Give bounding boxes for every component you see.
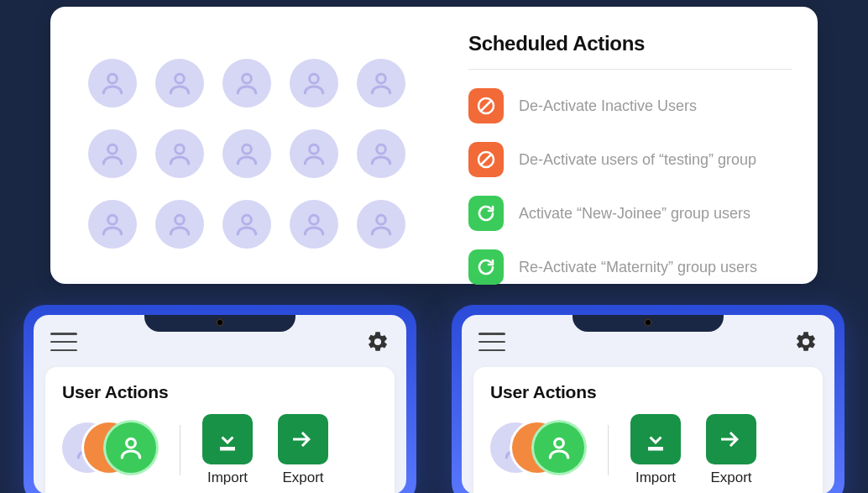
camera-dot-icon [216, 318, 224, 327]
menu-icon[interactable] [478, 333, 505, 351]
user-actions-title: User Actions [490, 382, 806, 402]
import-label: Import [207, 469, 248, 486]
deactivate-icon [468, 88, 504, 123]
activate-icon [468, 249, 504, 285]
user-avatar [88, 129, 137, 178]
scheduled-action-label: Activate “New-Joinee” group users [519, 205, 750, 223]
user-avatar [155, 200, 204, 249]
export-icon [278, 414, 328, 464]
user-icon [301, 70, 327, 97]
user-avatar [222, 59, 271, 108]
import-button[interactable]: Import [630, 414, 681, 486]
scheduled-action-label: De-Activate users of “testing” group [519, 151, 756, 169]
user-icon [233, 140, 260, 167]
menu-icon[interactable] [50, 333, 77, 351]
export-label: Export [282, 469, 323, 486]
user-icon [233, 211, 260, 238]
user-avatar [357, 200, 405, 249]
import-button[interactable]: Import [202, 414, 253, 486]
user-icon [546, 434, 573, 461]
user-icon [99, 211, 126, 238]
scheduled-action-item[interactable]: Activate “New-Joinee” group users [468, 196, 792, 231]
scheduled-action-label: De-Activate Inactive Users [519, 97, 697, 115]
settings-icon[interactable] [794, 330, 818, 354]
import-label: Import [635, 469, 676, 486]
phone-screen: User Actions Import Export [462, 315, 834, 493]
activate-icon [468, 196, 504, 231]
user-avatar [222, 200, 271, 249]
deactivate-icon [468, 142, 504, 177]
user-icon [166, 70, 193, 97]
user-icon [301, 140, 327, 167]
divider [468, 69, 792, 70]
phone-notch [573, 315, 724, 332]
user-avatar [88, 59, 137, 108]
user-icon [118, 434, 144, 461]
user-icon [368, 140, 395, 167]
export-button[interactable]: Export [706, 414, 756, 486]
settings-icon[interactable] [366, 330, 390, 354]
scheduled-action-label: Re-Activate “Maternity” group users [519, 259, 757, 276]
scheduled-action-item[interactable]: De-Activate users of “testing” group [468, 142, 792, 177]
avatar-green [534, 422, 584, 473]
user-icon [99, 70, 126, 97]
user-avatar-stack[interactable] [62, 422, 163, 478]
user-avatar [88, 200, 137, 249]
user-avatar [222, 129, 271, 178]
user-avatar-stack[interactable] [490, 422, 591, 478]
scheduled-actions-panel: Scheduled Actions De-Activate Inactive U… [443, 7, 818, 284]
user-icon [368, 211, 395, 238]
user-actions-title: User Actions [62, 382, 378, 402]
export-icon [706, 414, 756, 464]
user-avatar [290, 200, 338, 249]
divider [180, 425, 180, 475]
scheduled-action-item[interactable]: De-Activate Inactive Users [468, 88, 792, 123]
user-icon [233, 70, 260, 97]
user-icon [301, 211, 327, 238]
scheduled-actions-title: Scheduled Actions [468, 32, 792, 55]
user-avatar-grid [50, 7, 443, 284]
camera-dot-icon [644, 318, 652, 327]
user-avatar [155, 59, 204, 108]
user-avatar [290, 59, 338, 108]
user-icon [99, 140, 126, 167]
scheduled-action-item[interactable]: Re-Activate “Maternity” group users [468, 249, 792, 285]
import-icon [630, 414, 681, 464]
user-avatar [357, 129, 405, 178]
import-icon [202, 414, 253, 464]
export-label: Export [710, 469, 751, 486]
user-icon [368, 70, 395, 97]
export-button[interactable]: Export [278, 414, 328, 486]
main-card: Scheduled Actions De-Activate Inactive U… [50, 7, 818, 284]
user-icon [166, 140, 193, 167]
phone-screen: User Actions Import Export [34, 315, 406, 493]
user-avatar [290, 129, 338, 178]
user-icon [166, 211, 193, 238]
phone-device: User Actions Import Export [24, 305, 416, 493]
divider [608, 425, 609, 475]
phone-notch [144, 315, 295, 332]
user-avatar [155, 129, 204, 178]
avatar-green [106, 422, 156, 473]
user-actions-card: User Actions Import Export [45, 367, 395, 493]
user-avatar [357, 59, 405, 108]
phone-device: User Actions Import Export [452, 305, 844, 493]
user-actions-card: User Actions Import Export [473, 367, 823, 493]
